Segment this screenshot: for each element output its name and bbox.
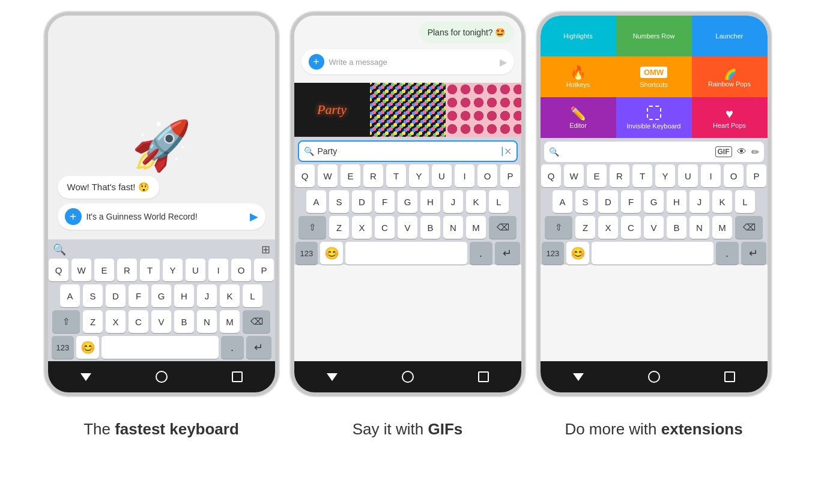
key3-k[interactable]: K bbox=[712, 190, 732, 213]
gif-candy[interactable] bbox=[370, 83, 446, 137]
key-c[interactable]: C bbox=[129, 310, 148, 333]
nav3-recents-button[interactable] bbox=[721, 368, 738, 385]
gif-strip[interactable]: Party bbox=[294, 83, 521, 137]
key2-u[interactable]: U bbox=[432, 164, 452, 187]
key3-a[interactable]: A bbox=[553, 190, 572, 213]
ext-invisible-keyboard[interactable]: Invisible Keyboard bbox=[616, 97, 692, 138]
keyboard-search-icon[interactable]: 🔍 bbox=[53, 243, 66, 256]
key2-backspace[interactable]: ⌫ bbox=[489, 216, 517, 239]
key-b[interactable]: B bbox=[174, 310, 194, 333]
key-v[interactable]: V bbox=[151, 310, 171, 333]
nav2-recents-button[interactable] bbox=[475, 368, 492, 385]
key3-j[interactable]: J bbox=[689, 190, 709, 213]
gif-party[interactable]: Party bbox=[294, 83, 370, 137]
key3-i[interactable]: I bbox=[701, 164, 721, 187]
key2-s[interactable]: S bbox=[329, 190, 349, 213]
ext-numbers-row[interactable]: Numbers Row bbox=[616, 16, 692, 56]
nav-back-button[interactable] bbox=[77, 368, 94, 385]
key3-emoji[interactable]: 😊 bbox=[566, 242, 589, 265]
search-input-2[interactable]: Party bbox=[318, 146, 501, 156]
nav-home-button[interactable] bbox=[153, 368, 170, 385]
key-s[interactable]: S bbox=[83, 284, 103, 307]
key3-n[interactable]: N bbox=[689, 216, 709, 239]
nav3-back-button[interactable] bbox=[570, 368, 587, 385]
camera-icon[interactable]: 👁 bbox=[737, 146, 747, 157]
phone1-input-row[interactable]: + It's a Guinness World Record! ▶ bbox=[58, 203, 265, 230]
key-enter[interactable]: ↵ bbox=[246, 336, 271, 359]
key2-r[interactable]: R bbox=[363, 164, 383, 187]
key-emoji[interactable]: 😊 bbox=[76, 336, 99, 359]
clear-search-button[interactable]: ✕ bbox=[504, 146, 512, 157]
key2-l[interactable]: L bbox=[489, 190, 509, 213]
key2-p[interactable]: P bbox=[500, 164, 520, 187]
key2-m[interactable]: M bbox=[466, 216, 486, 239]
ext-hotkeys[interactable]: 🔥 Hotkeys bbox=[541, 56, 616, 97]
key-space[interactable] bbox=[101, 336, 218, 359]
key-p[interactable]: P bbox=[254, 259, 274, 281]
nav-recents-button[interactable] bbox=[229, 368, 246, 385]
key-period[interactable]: . bbox=[221, 336, 244, 359]
key2-g[interactable]: G bbox=[398, 190, 417, 213]
key-k[interactable]: K bbox=[220, 284, 240, 307]
key3-f[interactable]: F bbox=[621, 190, 641, 213]
key2-v[interactable]: V bbox=[398, 216, 417, 239]
key3-v[interactable]: V bbox=[644, 216, 664, 239]
key3-enter[interactable]: ↵ bbox=[741, 242, 766, 265]
phone2-input-row[interactable]: + Write a message ▶ bbox=[301, 49, 514, 74]
key2-h[interactable]: H bbox=[420, 190, 440, 213]
key3-l[interactable]: L bbox=[735, 190, 755, 213]
key2-n[interactable]: N bbox=[443, 216, 463, 239]
key-g[interactable]: G bbox=[151, 284, 171, 307]
key3-r[interactable]: R bbox=[610, 164, 629, 187]
key3-p[interactable]: P bbox=[747, 164, 766, 187]
add-button-2[interactable]: + bbox=[309, 54, 324, 70]
ext-editor[interactable]: ✏️ Editor bbox=[541, 97, 616, 138]
key3-h[interactable]: H bbox=[667, 190, 686, 213]
key-z[interactable]: Z bbox=[83, 310, 103, 333]
key-w[interactable]: W bbox=[71, 259, 91, 281]
ext-launcher[interactable]: Launcher bbox=[692, 16, 768, 56]
key-123[interactable]: 123 bbox=[52, 336, 74, 359]
key2-f[interactable]: F bbox=[375, 190, 395, 213]
key3-s[interactable]: S bbox=[575, 190, 595, 213]
key2-i[interactable]: I bbox=[455, 164, 474, 187]
key3-123[interactable]: 123 bbox=[542, 242, 565, 265]
key2-z[interactable]: Z bbox=[329, 216, 349, 239]
key3-z[interactable]: Z bbox=[575, 216, 595, 239]
send-button[interactable]: ▶ bbox=[250, 210, 258, 223]
key3-m[interactable]: M bbox=[712, 216, 732, 239]
key-y[interactable]: Y bbox=[163, 259, 183, 281]
gif-dots[interactable] bbox=[446, 83, 521, 137]
key2-e[interactable]: E bbox=[341, 164, 360, 187]
key-r[interactable]: R bbox=[117, 259, 137, 281]
key-shift[interactable]: ⇧ bbox=[52, 310, 80, 333]
key2-b[interactable]: B bbox=[420, 216, 440, 239]
key3-period[interactable]: . bbox=[716, 242, 739, 265]
key3-w[interactable]: W bbox=[564, 164, 584, 187]
key2-a[interactable]: A bbox=[306, 190, 326, 213]
key-l[interactable]: L bbox=[243, 284, 262, 307]
add-button[interactable]: + bbox=[65, 208, 82, 225]
key3-q[interactable]: Q bbox=[541, 164, 561, 187]
key-t[interactable]: T bbox=[140, 259, 160, 281]
ext-shortcuts[interactable]: OMW Shortcuts bbox=[616, 56, 692, 97]
key-o[interactable]: O bbox=[231, 259, 251, 281]
key3-backspace[interactable]: ⌫ bbox=[735, 216, 763, 239]
ext-highlights[interactable]: Highlights bbox=[541, 16, 616, 56]
key2-y[interactable]: Y bbox=[409, 164, 429, 187]
edit-icon[interactable]: ✏ bbox=[751, 146, 759, 158]
key3-x[interactable]: X bbox=[598, 216, 618, 239]
key2-enter[interactable]: ↵ bbox=[495, 242, 520, 265]
key2-123[interactable]: 123 bbox=[295, 242, 318, 265]
key-a[interactable]: A bbox=[60, 284, 80, 307]
key-m[interactable]: M bbox=[220, 310, 240, 333]
key2-w[interactable]: W bbox=[318, 164, 338, 187]
key-e[interactable]: E bbox=[94, 259, 114, 281]
key2-c[interactable]: C bbox=[375, 216, 395, 239]
key-backspace[interactable]: ⌫ bbox=[243, 310, 270, 333]
key-n[interactable]: N bbox=[197, 310, 217, 333]
ext-heart-pops[interactable]: ♥ Heart Pops bbox=[692, 97, 768, 138]
key2-emoji[interactable]: 😊 bbox=[320, 242, 343, 265]
key-u[interactable]: U bbox=[186, 259, 205, 281]
ext-rainbow-pops[interactable]: 🌈 Rainbow Pops bbox=[692, 56, 768, 97]
